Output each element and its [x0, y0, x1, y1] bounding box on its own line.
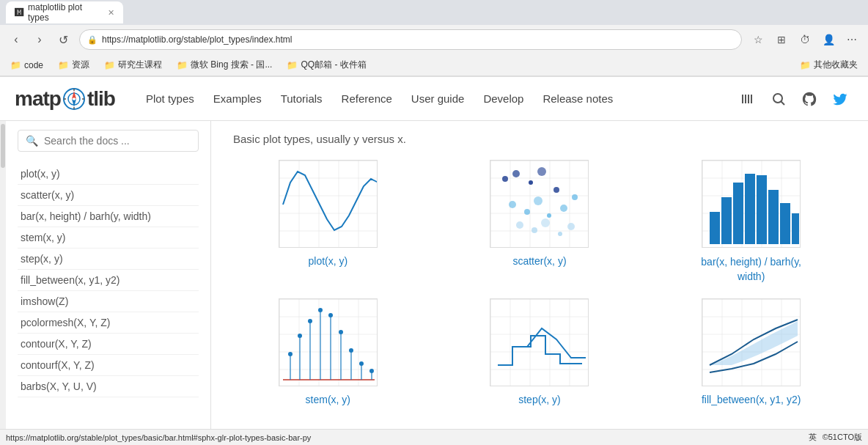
sidebar-item-scatter[interactable]: scatter(x, y) [18, 185, 199, 206]
svg-point-88 [349, 348, 353, 353]
svg-marker-2 [72, 91, 76, 99]
bookmark-grad[interactable]: 📁 研究生课程 [100, 57, 166, 73]
github-icon [801, 91, 817, 107]
svg-point-35 [537, 167, 546, 176]
star-button[interactable]: ☆ [748, 29, 768, 50]
plot-label-scatter-xy: scatter(x, y) [512, 255, 566, 267]
nav-buttons: ‹ › ↺ [6, 29, 73, 50]
sidebar-item-plot-xy[interactable]: plot(x, y) [18, 163, 199, 185]
search-box[interactable]: 🔍 [18, 130, 199, 152]
history-button[interactable]: ⏱ [795, 29, 815, 50]
navbar-nav: Plot types Examples Tutorials Reference … [137, 87, 735, 111]
sidebar-item-barbs[interactable]: barbs(X, Y, U, V) [18, 376, 199, 397]
content: Basic plot types, usually y versus x. [211, 121, 868, 445]
address-text: https://matplotlib.org/stable/plot_types… [102, 34, 734, 45]
svg-point-12 [773, 94, 782, 103]
sidebar-item-bar[interactable]: bar(x, height) / barh(y, width) [18, 206, 199, 227]
svg-point-84 [328, 313, 333, 317]
browser-chrome: 🅼 matplotlib plot types ✕ ‹ › ↺ 🔒 https:… [0, 0, 868, 77]
bookmark-label: code [24, 60, 43, 70]
plot-card-fill-between[interactable]: fill_between(x, y1, y2) [656, 298, 846, 405]
svg-rect-58 [721, 197, 732, 244]
reader-button[interactable]: ⊞ [771, 29, 792, 50]
sidebar-item-imshow[interactable]: imshow(Z) [18, 291, 199, 312]
menu-button[interactable]: ⋯ [842, 29, 862, 50]
plot-card-scatter-xy[interactable]: scatter(x, y) [445, 160, 635, 284]
bookmarks-bar: 📁 code 📁 资源 📁 研究生课程 📁 微软 Bing 搜索 - 国... … [0, 54, 868, 76]
folder-icon: 📁 [177, 60, 188, 70]
nav-link-examples[interactable]: Examples [205, 87, 271, 111]
plot-card-plot-xy[interactable]: plot(x, y) [233, 160, 423, 284]
svg-rect-9 [745, 95, 746, 103]
browser-tabs: 🅼 matplotlib plot types ✕ [0, 0, 868, 25]
nav-link-tutorials[interactable]: Tutorials [272, 87, 331, 111]
svg-rect-59 [733, 183, 743, 244]
browser-toolbar: ‹ › ↺ 🔒 https://matplotlib.org/stable/pl… [0, 25, 868, 54]
plot-card-step[interactable]: step(x, y) [445, 298, 635, 405]
bookmark-label: 微软 Bing 搜索 - 国... [191, 59, 272, 71]
svg-point-86 [339, 330, 343, 334]
nav-link-reference[interactable]: Reference [333, 87, 401, 111]
search-icon: 🔍 [26, 135, 38, 147]
step-thumbnail-svg [490, 299, 589, 386]
scrollbar-track[interactable] [0, 121, 6, 445]
plot-card-stem[interactable]: stem(x, y) [233, 298, 423, 405]
profile-button[interactable]: 👤 [818, 29, 839, 50]
sidebar-item-stem[interactable]: stem(x, y) [18, 227, 199, 249]
status-url: https://matplotlib.org/stable/plot_types… [6, 433, 803, 442]
svg-rect-63 [780, 203, 790, 244]
plot-label-bar: bar(x, height) / barh(y,width) [701, 255, 801, 284]
plot-thumbnail-step [490, 298, 589, 386]
forward-button[interactable]: › [29, 29, 50, 50]
sidebar-item-contour[interactable]: contour(X, Y, Z) [18, 334, 199, 355]
navbar-icons [735, 86, 853, 112]
folder-icon: 📁 [800, 60, 811, 70]
tab-close-icon[interactable]: ✕ [108, 8, 114, 18]
fill-thumbnail-svg [702, 299, 801, 386]
browser-tab-active[interactable]: 🅼 matplotlib plot types ✕ [6, 1, 123, 23]
sidebar-item-fill-between[interactable]: fill_between(x, y1, y2) [18, 270, 199, 291]
bookmark-other[interactable]: 📁 其他收藏夹 [795, 57, 862, 73]
plot-label-step: step(x, y) [518, 394, 561, 405]
address-bar[interactable]: 🔒 https://matplotlib.org/stable/plot_typ… [79, 29, 742, 50]
twitter-icon-button[interactable] [827, 86, 853, 112]
refresh-button[interactable]: ↺ [53, 29, 73, 50]
bookmark-bing[interactable]: 📁 微软 Bing 搜索 - 国... [172, 57, 276, 73]
plot-thumbnail-stem [279, 298, 378, 386]
plot-thumbnail-fill-between [702, 298, 801, 386]
sidebar: 🔍 plot(x, y) scatter(x, y) bar(x, height… [6, 121, 211, 445]
svg-point-43 [516, 221, 523, 229]
plot-label-fill-between: fill_between(x, y1, y2) [702, 394, 801, 405]
bars-icon [740, 92, 755, 106]
svg-line-13 [781, 101, 785, 105]
sidebar-item-step[interactable]: step(x, y) [18, 249, 199, 270]
svg-rect-10 [748, 95, 749, 103]
nav-link-user-guide[interactable]: User guide [402, 87, 474, 111]
bookmark-resources[interactable]: 📁 资源 [54, 57, 94, 73]
back-button[interactable]: ‹ [6, 29, 26, 50]
plot-label-stem: stem(x, y) [306, 394, 350, 405]
folder-icon: 📁 [58, 60, 69, 70]
svg-point-33 [512, 170, 520, 177]
plot-label-plot-xy: plot(x, y) [308, 255, 347, 267]
search-icon [771, 92, 786, 106]
sidebar-item-contourf[interactable]: contourf(X, Y, Z) [18, 355, 199, 376]
folder-icon: 📁 [10, 60, 21, 70]
plot-card-bar[interactable]: bar(x, height) / barh(y,width) [656, 160, 846, 284]
lock-icon: 🔒 [87, 35, 98, 45]
svg-rect-64 [792, 213, 799, 244]
github-icon-button[interactable] [796, 86, 823, 112]
sidebar-item-pcolormesh[interactable]: pcolormesh(X, Y, Z) [18, 312, 199, 334]
search-input[interactable] [44, 135, 191, 147]
plot-grid-row1: plot(x, y) [233, 160, 846, 284]
scrollbar-thumb[interactable] [1, 124, 5, 168]
nav-link-plot-types[interactable]: Plot types [137, 87, 203, 111]
bookmark-qq[interactable]: 📁 QQ邮箱 - 收件箱 [282, 57, 370, 73]
logo[interactable]: matp tlib [15, 87, 115, 111]
nav-link-release-notes[interactable]: Release notes [534, 87, 622, 111]
nav-link-develop[interactable]: Develop [474, 87, 532, 111]
sidebar-list: plot(x, y) scatter(x, y) bar(x, height) … [18, 163, 199, 397]
bars-icon-button[interactable] [735, 86, 761, 112]
bookmark-code[interactable]: 📁 code [6, 59, 48, 72]
search-icon-button[interactable] [765, 86, 792, 112]
